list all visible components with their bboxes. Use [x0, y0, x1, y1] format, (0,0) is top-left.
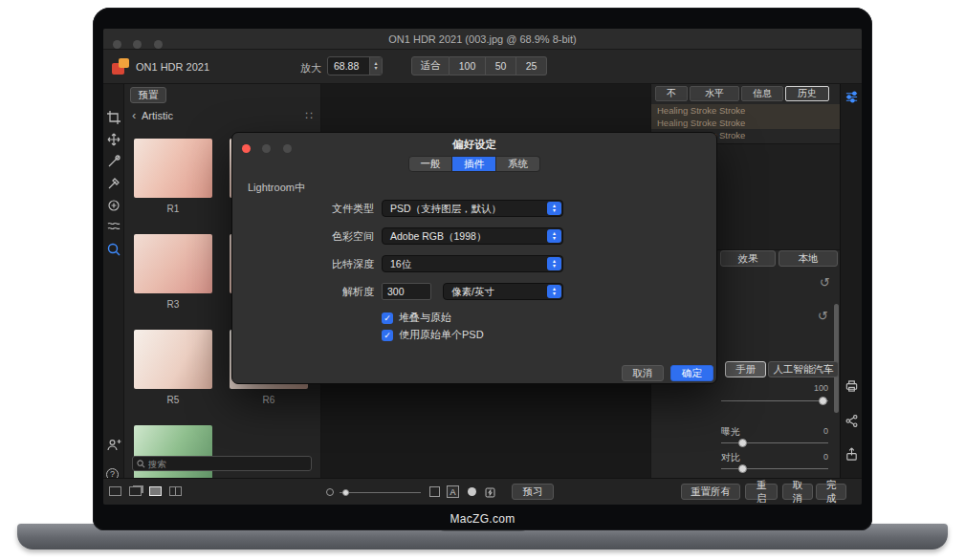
text-overlay-icon[interactable]: A	[447, 485, 459, 498]
app-name: ON1 HDR 2021	[136, 61, 209, 73]
help-icon[interactable]: ?	[106, 463, 121, 479]
crop-tool-icon[interactable]	[106, 110, 121, 125]
tab-levels[interactable]: 水平	[690, 86, 739, 101]
effects-tab-button[interactable]: 效果	[720, 250, 776, 267]
presets-button[interactable]: 预置	[130, 87, 166, 103]
manual-button[interactable]: 手册	[725, 361, 766, 377]
bottom-cancel-button[interactable]: 取消	[782, 484, 813, 500]
zoom-100-button[interactable]: 100	[450, 56, 486, 75]
dialog-close-button[interactable]	[242, 144, 251, 153]
file-type-dropdown[interactable]: PSD（支持图层，默认） ▴ ▾	[382, 200, 563, 217]
done-button[interactable]: 完成	[816, 484, 846, 500]
healing-brush-tool-icon[interactable]	[106, 198, 121, 213]
exposure-slider[interactable]	[721, 442, 828, 443]
local-tab-button[interactable]: 本地	[779, 250, 838, 267]
tab-info[interactable]: 信息	[741, 86, 783, 101]
on1-logo-icon	[111, 56, 131, 76]
contrast-value: 0	[721, 452, 828, 462]
soft-proof-icon[interactable]	[484, 485, 496, 503]
dialog-tab-system[interactable]: 系统	[496, 156, 540, 172]
search-input[interactable]	[148, 457, 309, 470]
tab-no[interactable]: 不	[655, 86, 688, 101]
dialog-tab-general[interactable]: 一般	[408, 156, 452, 172]
masking-brush-tool-icon[interactable]	[106, 176, 121, 191]
dialog-traffic-lights	[242, 140, 299, 157]
file-type-value: PSD（支持图层，默认）	[390, 203, 501, 214]
preset-thumbnail[interactable]	[134, 139, 212, 198]
filmstrip-view-icon[interactable]	[149, 486, 162, 496]
preview-button[interactable]: 预习	[512, 484, 554, 500]
dialog-zoom-button[interactable]	[283, 144, 292, 153]
adjustment-brush-tool-icon[interactable]	[106, 154, 121, 169]
history-item[interactable]: Healing Stroke Stroke	[651, 104, 840, 117]
view-mode-group	[109, 486, 182, 496]
resolution-input[interactable]	[382, 283, 431, 300]
view-zoom-tool-icon[interactable]	[106, 242, 121, 257]
preferences-dialog: 偏好设定 一般 插件 系统 Lightroom中 文件类型 PSD（支持图层，默…	[231, 132, 717, 384]
move-tool-icon[interactable]	[106, 132, 121, 147]
brush-size-icon[interactable]	[326, 488, 334, 496]
resolution-unit-dropdown[interactable]: 像素/英寸 ▴ ▾	[443, 283, 563, 300]
close-window-button[interactable]	[113, 40, 121, 49]
contrast-slider[interactable]	[721, 468, 828, 469]
master-slider-value: 100	[721, 383, 828, 393]
stack-with-original-row: ✓ 堆叠与原始	[382, 311, 451, 325]
dialog-minimize-button[interactable]	[262, 144, 271, 153]
print-icon[interactable]	[844, 378, 859, 397]
tune-sliders-icon[interactable]	[844, 90, 859, 108]
dialog-cancel-button[interactable]: 取消	[622, 365, 664, 381]
export-icon[interactable]	[844, 447, 859, 465]
panel-scrollbar[interactable]	[834, 304, 839, 413]
zoom-stepper[interactable]: ▴ ▾	[369, 57, 382, 75]
resolution-unit-value: 像素/英寸	[451, 286, 494, 297]
ai-auto-button[interactable]: 人工智能汽车	[768, 361, 839, 377]
dropdown-arrows-icon: ▴ ▾	[547, 202, 561, 215]
grid-view-icon[interactable]: ∷	[305, 109, 313, 122]
undo-icon[interactable]: ↺	[820, 275, 830, 290]
zoom-window-button[interactable]	[154, 40, 163, 49]
restart-button[interactable]: 重启	[745, 484, 778, 500]
reset-all-button[interactable]: 重置所有	[681, 484, 740, 500]
use-single-psd-label: 使用原始单个PSD	[399, 328, 484, 342]
app-toolbar: ON1 HDR 2021 放大 68.88 ▴ ▾ 适合 100 50 25	[103, 50, 862, 84]
dual-view-icon[interactable]	[129, 486, 142, 496]
preset-thumbnail[interactable]	[134, 330, 212, 389]
undo-icon[interactable]: ↺	[818, 309, 828, 323]
dialog-tab-plugins[interactable]: 插件	[452, 156, 496, 172]
zoom-25-button[interactable]: 25	[516, 56, 547, 75]
exposure-slider-knob[interactable]	[738, 439, 747, 447]
contrast-slider-knob[interactable]	[738, 464, 747, 473]
single-view-icon[interactable]	[109, 486, 121, 496]
history-item[interactable]: Healing Stroke Stroke	[651, 117, 840, 129]
preset-label: R5	[134, 395, 212, 405]
zoom-value-combo[interactable]: 68.88 ▴ ▾	[327, 56, 383, 75]
master-slider[interactable]	[721, 400, 828, 401]
zoom-50-button[interactable]: 50	[486, 56, 516, 75]
dialog-ok-button[interactable]: 确定	[670, 365, 713, 381]
dropdown-arrows-icon: ▴ ▾	[547, 229, 561, 243]
color-space-label: 色彩空间	[232, 227, 374, 245]
zoom-label: 放大	[300, 61, 321, 75]
compare-view-icon[interactable]	[169, 486, 182, 496]
back-chevron-icon[interactable]: ‹	[132, 108, 136, 122]
color-space-dropdown[interactable]: Adobe RGB（1998） ▴ ▾	[382, 227, 563, 245]
preset-category-header[interactable]: ‹ Artistic ∷	[124, 107, 320, 126]
use-single-psd-checkbox[interactable]: ✓	[382, 330, 393, 341]
preset-label: R6	[230, 395, 308, 405]
stack-with-original-checkbox[interactable]: ✓	[382, 312, 393, 324]
zoom-fit-button[interactable]: 适合	[411, 56, 450, 75]
tab-history[interactable]: 历史	[785, 86, 829, 101]
preset-thumbnail[interactable]	[134, 234, 212, 293]
bottom-mini-slider[interactable]	[340, 492, 421, 493]
compare-before-after-icon[interactable]	[429, 486, 440, 497]
dropdown-arrows-icon: ▴ ▾	[547, 285, 561, 298]
bottom-mini-slider-knob[interactable]	[342, 489, 349, 496]
bit-depth-dropdown[interactable]: 16位 ▴ ▾	[382, 255, 563, 272]
minimize-window-button[interactable]	[133, 40, 142, 49]
bezel-brand: MacZG.com	[93, 512, 872, 526]
refine-tool-icon[interactable]	[106, 218, 121, 233]
share-icon[interactable]	[844, 414, 859, 432]
portrait-face-tool-icon[interactable]	[106, 438, 121, 453]
master-slider-knob[interactable]	[819, 397, 827, 405]
mask-view-icon[interactable]	[468, 487, 476, 496]
